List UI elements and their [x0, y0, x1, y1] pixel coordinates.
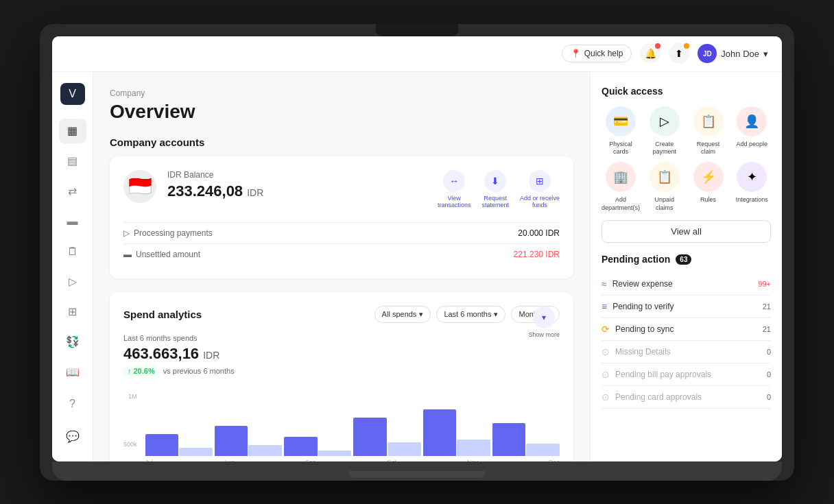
processing-value: 20.000 IDR: [518, 228, 560, 238]
add-receive-funds-button[interactable]: ⊞ Add or receive funds: [520, 170, 560, 208]
pending-bill-label: Pending bill pay approvals: [615, 370, 711, 379]
chart-labels: JulAugSepOctNovDec: [145, 459, 560, 461]
sidebar-item-cards[interactable]: ▬: [59, 209, 86, 234]
pending-verify-item[interactable]: ≡ Pending to verify 21: [601, 296, 771, 318]
qa-unpaid-claims[interactable]: 📋 Unpaid claims: [645, 162, 684, 212]
pending-verify-count: 21: [763, 302, 771, 311]
add-receive-funds-icon: ⊞: [529, 170, 551, 192]
y-label-1m: 1M: [123, 393, 137, 400]
account-actions: ↔ View transactions ⬇ Request statement …: [438, 170, 560, 208]
laptop-base: [348, 471, 486, 478]
view-transactions-button[interactable]: ↔ View transactions: [438, 170, 471, 208]
bar-primary-2: [284, 437, 318, 456]
qa-request-claim[interactable]: 📋 Request claim: [689, 106, 728, 156]
unsettled-amount-row: ▬ Unsettled amount 221.230 IDR: [123, 243, 560, 265]
top-bar-actions: 📍 Quick help 🔔 ⬆ JD John Doe ▾: [562, 43, 768, 64]
top-bar: 📍 Quick help 🔔 ⬆ JD John Doe ▾: [52, 36, 782, 72]
bar-secondary-3: [388, 442, 421, 456]
processing-icon: ▷: [123, 228, 130, 238]
chart-month-0: Jul: [145, 459, 154, 461]
quick-access-title: Quick access: [601, 86, 771, 97]
flag-icon: 🇮🇩: [123, 170, 156, 203]
request-statement-icon: ⬇: [484, 170, 506, 192]
processing-payments-row: ▷ Processing payments 20.000 IDR: [123, 222, 560, 243]
left-panel: Company Overview Company accounts 🇮🇩 IDR…: [93, 72, 590, 461]
qa-physical-cards[interactable]: 💳 Physical cards: [601, 106, 640, 156]
balance-amount: 233.246,08 IDR: [167, 182, 427, 200]
integrations-label: Integrations: [736, 196, 768, 204]
y-label-500k: 500k: [123, 441, 137, 448]
all-spends-arrow: ▾: [419, 310, 423, 319]
view-transactions-icon: ↔: [443, 170, 465, 192]
spend-period: Last 6 months spends: [123, 334, 235, 342]
chart-month-1: Aug: [224, 459, 235, 461]
bar-group-2: [284, 437, 351, 456]
sidebar-item-book[interactable]: 📖: [59, 359, 86, 384]
pending-verify-icon: ≡: [601, 301, 607, 312]
bar-secondary-1: [248, 445, 282, 456]
balance-label: IDR Balance: [167, 170, 427, 180]
request-claim-label: Request claim: [689, 141, 728, 156]
quick-help-button[interactable]: 📍 Quick help: [562, 45, 632, 62]
pending-sync-item[interactable]: ⟳ Pending to sync 21: [601, 318, 771, 341]
add-people-icon: 👤: [737, 106, 767, 136]
upload-button[interactable]: ⬆: [669, 43, 689, 64]
sidebar-item-chat[interactable]: 💬: [59, 423, 86, 451]
chart-area: 1M 500k JulAugSepOctNovDec: [123, 393, 560, 461]
missing-details-item: ⊙ Missing Details 0: [601, 341, 771, 363]
request-statement-button[interactable]: ⬇ Request statement: [481, 170, 509, 208]
show-more-button[interactable]: ▾: [533, 307, 555, 328]
balance-info: IDR Balance 233.246,08 IDR: [167, 170, 427, 200]
qa-integrations[interactable]: ✦ Integrations: [732, 162, 771, 212]
sidebar-item-reports[interactable]: ⊞: [59, 300, 86, 324]
physical-cards-icon: 💳: [606, 106, 636, 136]
analytics-title: Spend analytics: [123, 309, 202, 320]
unpaid-claims-label: Unpaid claims: [645, 196, 684, 212]
add-people-label: Add people: [736, 141, 767, 149]
pending-sync-label: Pending to sync: [615, 324, 674, 334]
processing-label: Processing payments: [134, 228, 213, 238]
main-layout: V ▦ ▤ ⇄ ▬ 🗒 ▷ ⊞ 💱 📖 ? 💬 Co: [52, 72, 782, 461]
sidebar-item-analytics[interactable]: ▤: [59, 149, 86, 173]
bar-secondary-2: [318, 451, 352, 456]
user-menu-button[interactable]: JD John Doe ▾: [698, 44, 768, 63]
sidebar-item-transfer[interactable]: ⇄: [59, 179, 86, 204]
sidebar-item-play[interactable]: ▷: [59, 269, 86, 294]
bar-secondary-0: [179, 448, 213, 456]
view-all-button[interactable]: View all: [601, 220, 771, 243]
qa-create-payment[interactable]: ▷ Create payment: [645, 106, 684, 156]
pending-bill-count: 0: [767, 370, 771, 379]
sidebar-item-overview[interactable]: ▦: [59, 119, 86, 143]
bar-chart: [145, 401, 560, 456]
bar-primary-4: [423, 409, 457, 456]
spend-change: ↑ 20.6% vs previous 6 months: [123, 365, 235, 376]
quick-help-label: Quick help: [584, 49, 623, 58]
unpaid-claims-icon: 📋: [650, 162, 680, 192]
review-expense-item[interactable]: ≈ Review expense 99+: [601, 273, 771, 296]
bar-group-3: [353, 418, 420, 456]
request-claim-icon: 📋: [693, 106, 724, 136]
missing-details-label: Missing Details: [615, 347, 671, 357]
qa-rules[interactable]: ⚡ Rules: [689, 162, 728, 212]
qa-add-department[interactable]: 🏢 Add department(s): [601, 162, 640, 212]
sidebar-item-help[interactable]: ?: [59, 390, 86, 418]
bar-primary-1: [215, 426, 248, 456]
pending-title: Pending action: [601, 254, 670, 265]
pending-header: Pending action 63: [601, 254, 771, 265]
add-department-label: Add department(s): [601, 196, 640, 212]
missing-details-count: 0: [767, 348, 771, 356]
all-spends-filter[interactable]: All spends ▾: [374, 306, 431, 323]
sidebar-item-currency[interactable]: 💱: [59, 330, 86, 355]
unsettled-value: 221.230 IDR: [514, 250, 560, 259]
quick-access-grid: 💳 Physical cards ▷ Create payment 📋 Requ…: [601, 106, 771, 213]
bar-secondary-5: [526, 444, 560, 456]
chart-month-4: Nov: [467, 459, 478, 461]
notifications-button[interactable]: 🔔: [640, 43, 660, 64]
period-filter[interactable]: Last 6 months ▾: [436, 306, 505, 323]
pending-card-item: ⊙ Pending card approvals 0: [601, 386, 771, 409]
qa-add-people[interactable]: 👤 Add people: [732, 106, 771, 156]
right-panel: Quick access 💳 Physical cards ▷ Create p…: [590, 72, 782, 461]
pending-bill-icon: ⊙: [601, 369, 610, 380]
spend-info: Last 6 months spends 463.663,16 IDR ↑ 20…: [123, 334, 235, 376]
sidebar-item-receipts[interactable]: 🗒: [59, 239, 86, 264]
